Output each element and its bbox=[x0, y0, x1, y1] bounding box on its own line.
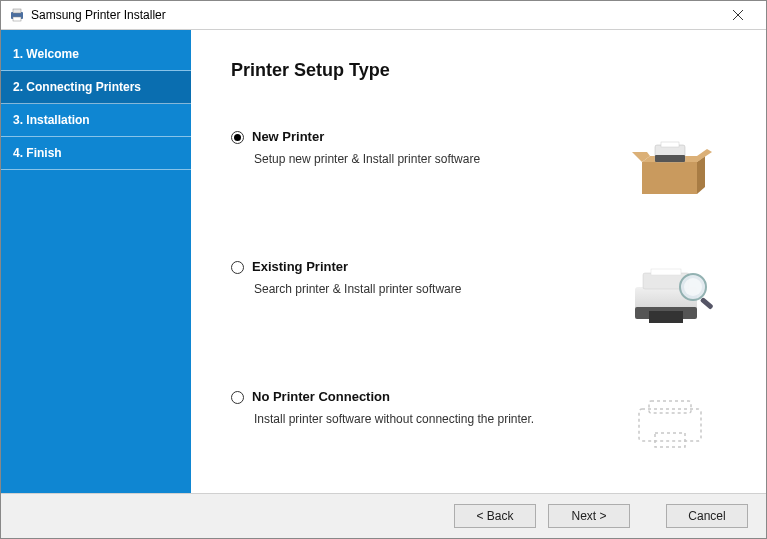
svg-rect-21 bbox=[639, 409, 701, 441]
svg-rect-1 bbox=[13, 9, 21, 13]
sidebar-item-label: 4. Finish bbox=[13, 146, 62, 160]
svg-rect-12 bbox=[661, 142, 679, 147]
svg-rect-23 bbox=[655, 433, 685, 447]
titlebar: Samsung Printer Installer bbox=[1, 1, 766, 30]
box-printer-icon bbox=[622, 129, 722, 199]
svg-rect-20 bbox=[699, 297, 713, 310]
option-desc: Search printer & Install printer softwar… bbox=[252, 282, 461, 296]
option-text: New Printer Setup new printer & Install … bbox=[252, 129, 480, 166]
sidebar-item-finish[interactable]: 4. Finish bbox=[1, 137, 191, 170]
window-title: Samsung Printer Installer bbox=[31, 8, 718, 22]
radio-new-printer[interactable] bbox=[231, 131, 244, 144]
printer-ghost-icon bbox=[622, 389, 722, 459]
body-area: 1. Welcome 2. Connecting Printers 3. Ins… bbox=[1, 30, 766, 493]
sidebar-item-label: 2. Connecting Printers bbox=[13, 80, 141, 94]
svg-rect-22 bbox=[649, 401, 691, 413]
svg-rect-16 bbox=[651, 269, 681, 275]
option-title: No Printer Connection bbox=[252, 389, 534, 404]
sidebar-item-label: 3. Installation bbox=[13, 113, 90, 127]
svg-rect-11 bbox=[655, 155, 685, 162]
option-text: No Printer Connection Install printer so… bbox=[252, 389, 534, 426]
printer-search-icon bbox=[622, 259, 722, 329]
svg-rect-2 bbox=[13, 17, 21, 21]
sidebar-item-installation[interactable]: 3. Installation bbox=[1, 104, 191, 137]
svg-marker-7 bbox=[697, 156, 705, 194]
sidebar-item-connecting-printers[interactable]: 2. Connecting Printers bbox=[1, 71, 191, 104]
options-list: New Printer Setup new printer & Install … bbox=[231, 129, 742, 459]
svg-point-19 bbox=[684, 278, 702, 296]
option-title: New Printer bbox=[252, 129, 480, 144]
sidebar-item-label: 1. Welcome bbox=[13, 47, 79, 61]
option-left: New Printer Setup new printer & Install … bbox=[231, 129, 622, 166]
sidebar-item-welcome[interactable]: 1. Welcome bbox=[1, 38, 191, 71]
back-button[interactable]: < Back bbox=[454, 504, 536, 528]
option-new-printer[interactable]: New Printer Setup new printer & Install … bbox=[231, 129, 742, 199]
option-no-printer[interactable]: No Printer Connection Install printer so… bbox=[231, 389, 742, 459]
radio-existing-printer[interactable] bbox=[231, 261, 244, 274]
svg-rect-17 bbox=[649, 311, 683, 323]
cancel-button[interactable]: Cancel bbox=[666, 504, 748, 528]
option-desc: Setup new printer & Install printer soft… bbox=[252, 152, 480, 166]
page-title: Printer Setup Type bbox=[231, 60, 742, 81]
main-content: Printer Setup Type New Printer Setup new… bbox=[191, 30, 766, 493]
footer: < Back Next > Cancel bbox=[1, 493, 766, 538]
next-button[interactable]: Next > bbox=[548, 504, 630, 528]
svg-rect-5 bbox=[642, 162, 697, 194]
close-button[interactable] bbox=[718, 1, 758, 29]
option-existing-printer[interactable]: Existing Printer Search printer & Instal… bbox=[231, 259, 742, 329]
option-title: Existing Printer bbox=[252, 259, 461, 274]
app-icon bbox=[9, 7, 25, 23]
option-left: No Printer Connection Install printer so… bbox=[231, 389, 622, 426]
radio-no-printer[interactable] bbox=[231, 391, 244, 404]
option-text: Existing Printer Search printer & Instal… bbox=[252, 259, 461, 296]
option-left: Existing Printer Search printer & Instal… bbox=[231, 259, 622, 296]
sidebar: 1. Welcome 2. Connecting Printers 3. Ins… bbox=[1, 30, 191, 493]
option-desc: Install printer software without connect… bbox=[252, 412, 534, 426]
